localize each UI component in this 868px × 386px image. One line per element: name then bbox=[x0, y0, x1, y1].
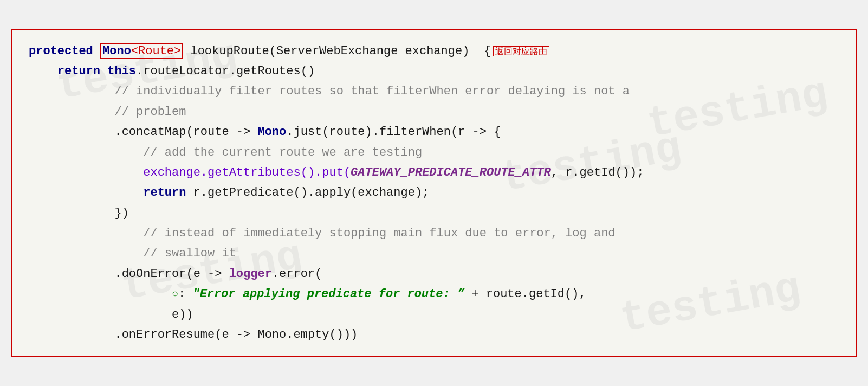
code-line-14: e)) bbox=[29, 305, 839, 325]
gateway-attr-constant: GATEWAY_PREDICATE_ROUTE_ATTR bbox=[351, 166, 551, 179]
code-line-5: .concatMap(route -> Mono.just(route).fil… bbox=[29, 122, 839, 142]
code-line-3: // individually filter routes so that fi… bbox=[29, 81, 839, 101]
code-line-8: return r.getPredicate().apply(exchange); bbox=[29, 183, 839, 203]
circle-bullet: ○ bbox=[172, 288, 178, 300]
code-line-7: exchange.getAttributes().put(GATEWAY_PRE… bbox=[29, 163, 839, 183]
comment-3: // add the current route we are testing bbox=[29, 146, 422, 159]
code-line-9: }) bbox=[29, 203, 839, 223]
string-error-msg: "Error applying predicate for route: ” bbox=[192, 287, 464, 301]
keyword-mono-2: Mono bbox=[257, 125, 286, 139]
code-content: protected Mono<Route> lookupRoute(Server… bbox=[29, 41, 839, 345]
comment-5: // swallow it bbox=[29, 247, 236, 260]
keyword-this: this bbox=[107, 65, 136, 78]
keyword-mono: Mono bbox=[102, 44, 131, 58]
code-line-10: // instead of immediately stopping main … bbox=[29, 223, 839, 243]
mono-route-type: Mono<Route> bbox=[100, 43, 183, 59]
method-signature: lookupRoute(ServerWebExchange exchange) … bbox=[183, 44, 491, 58]
logger-ref: logger bbox=[229, 267, 272, 281]
comment-1: // individually filter routes so that fi… bbox=[29, 85, 630, 98]
keyword-return-1: return bbox=[57, 65, 100, 78]
comment-2: // problem bbox=[29, 105, 186, 119]
code-line-1: protected Mono<Route> lookupRoute(Server… bbox=[29, 41, 839, 61]
code-block: testing testing testing testing testing … bbox=[11, 29, 857, 357]
code-line-11: // swallow it bbox=[29, 243, 839, 263]
comment-4: // instead of immediately stopping main … bbox=[29, 227, 616, 240]
keyword-return-2: return bbox=[143, 186, 186, 200]
annotation-return-route: 返回对应路由 bbox=[493, 46, 549, 56]
code-line-12: .doOnError(e -> logger.error( bbox=[29, 264, 839, 284]
code-line-13: ○: "Error applying predicate for route: … bbox=[29, 284, 839, 304]
route-type: <Route> bbox=[131, 44, 181, 58]
code-line-6: // add the current route we are testing bbox=[29, 143, 839, 163]
code-line-15: .onErrorResume(e -> Mono.empty())) bbox=[29, 325, 839, 345]
keyword-protected: protected bbox=[29, 44, 93, 58]
code-line-4: // problem bbox=[29, 102, 839, 122]
code-line-2: return this.routeLocator.getRoutes() bbox=[29, 61, 839, 81]
exchange-call: exchange.getAttributes().put( bbox=[143, 166, 351, 179]
